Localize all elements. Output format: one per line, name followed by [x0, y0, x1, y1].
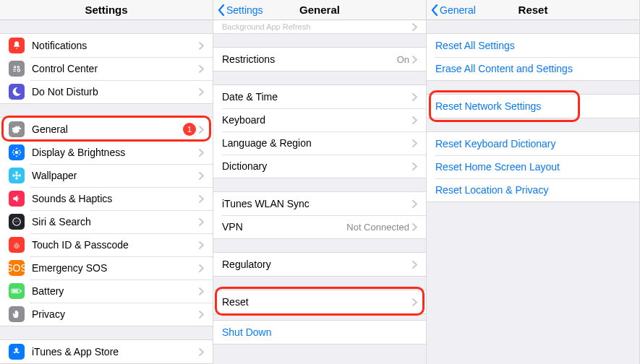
touchid-icon — [9, 237, 25, 253]
chevron-right-icon — [412, 298, 417, 306]
general-label: General — [32, 124, 183, 135]
chevron-right-icon — [199, 287, 204, 295]
touch-id-passcode-row[interactable]: Touch ID & Passcode — [0, 233, 213, 256]
reset-all-settings-row[interactable]: Reset All Settings — [427, 34, 639, 57]
badge: 1 — [183, 123, 196, 136]
chevron-left-icon — [218, 4, 225, 16]
chevron-right-icon — [412, 116, 417, 124]
display-brightness-row[interactable]: Display & Brightness — [0, 141, 213, 164]
svg-rect-11 — [20, 290, 21, 292]
keyboard-label: Keyboard — [222, 114, 412, 126]
emergency-sos-label: Emergency SOS — [32, 262, 199, 274]
back-to-settings[interactable]: Settings — [218, 0, 263, 20]
control-center-row[interactable]: Control Center — [0, 57, 213, 80]
battery-row[interactable]: Battery — [0, 280, 213, 303]
reset-home-screen-layout-row[interactable]: Reset Home Screen Layout — [427, 155, 639, 178]
wallpaper-row[interactable]: Wallpaper — [0, 164, 213, 187]
svg-rect-10 — [12, 290, 18, 292]
reset-home-screen-layout-label: Reset Home Screen Layout — [435, 161, 631, 173]
reset-keyboard-dictionary-label: Reset Keyboard Dictionary — [435, 138, 631, 150]
language-region-label: Language & Region — [222, 137, 412, 149]
chevron-right-icon — [199, 149, 204, 157]
flower-icon — [9, 168, 25, 183]
siri-search-row[interactable]: Siri & Search — [0, 210, 213, 233]
reset-pane: General Reset Reset All SettingsErase Al… — [427, 0, 640, 364]
sun-icon — [9, 144, 25, 160]
chevron-right-icon — [412, 139, 417, 147]
svg-point-7 — [18, 174, 21, 177]
settings-pane: Settings NotificationsControl CenterDo N… — [0, 0, 213, 364]
touch-id-passcode-label: Touch ID & Passcode — [32, 239, 199, 251]
erase-all-content-and-settings-label: Erase All Content and Settings — [435, 63, 631, 74]
notifications-row[interactable]: Notifications — [0, 34, 213, 57]
cc-icon — [9, 61, 25, 77]
reset-keyboard-dictionary-row[interactable]: Reset Keyboard Dictionary — [427, 132, 639, 155]
sos-icon: SOS — [9, 260, 25, 276]
erase-all-content-and-settings-row[interactable]: Erase All Content and Settings — [427, 57, 639, 80]
back-to-general[interactable]: General — [431, 0, 476, 20]
privacy-label: Privacy — [32, 308, 199, 320]
dictionary-row[interactable]: Dictionary — [213, 155, 426, 178]
sounds-haptics-label: Sounds & Haptics — [32, 193, 199, 204]
restrictions-row[interactable]: RestrictionsOn — [213, 48, 426, 71]
reset-label: Reset — [222, 296, 412, 308]
itunes-wlan-sync-label: iTunes WLAN Sync — [222, 198, 412, 209]
dictionary-label: Dictionary — [222, 160, 412, 172]
emergency-sos-row[interactable]: SOSEmergency SOS — [0, 256, 213, 280]
chevron-left-icon — [431, 4, 438, 16]
restrictions-detail: On — [397, 54, 409, 65]
svg-point-5 — [15, 177, 18, 180]
vpn-label: VPN — [222, 221, 346, 233]
chevron-right-icon — [199, 218, 204, 226]
language-region-row[interactable]: Language & Region — [213, 131, 426, 155]
itunes-app-store-label: iTunes & App Store — [32, 346, 199, 358]
vpn-row[interactable]: VPNNot Connected — [213, 215, 426, 238]
svg-point-6 — [12, 174, 15, 177]
date-time-row[interactable]: Date & Time — [213, 85, 426, 108]
appstore-icon — [9, 344, 25, 360]
svg-point-4 — [15, 171, 18, 174]
do-not-disturb-row[interactable]: Do Not Disturb — [0, 80, 213, 103]
nav-title: Settings — [85, 4, 127, 16]
reset-row[interactable]: Reset — [213, 290, 426, 313]
chevron-right-icon — [412, 162, 417, 170]
keyboard-row[interactable]: Keyboard — [213, 108, 426, 131]
regulatory-label: Regulatory — [222, 259, 412, 270]
battery-icon — [9, 283, 25, 299]
do-not-disturb-label: Do Not Disturb — [32, 86, 199, 98]
sounds-haptics-row[interactable]: Sounds & Haptics — [0, 187, 213, 210]
privacy-row[interactable]: Privacy — [0, 303, 213, 326]
reset-location-privacy-row[interactable]: Reset Location & Privacy — [427, 178, 639, 202]
navbar-general: Settings General — [213, 0, 426, 20]
general-row[interactable]: General1 — [0, 118, 213, 141]
speaker-icon — [9, 191, 25, 207]
regulatory-row[interactable]: Regulatory — [213, 253, 426, 276]
back-label: General — [440, 4, 476, 16]
reset-network-settings-row[interactable]: Reset Network Settings — [427, 95, 639, 118]
back-label: Settings — [226, 4, 263, 16]
wallpaper-label: Wallpaper — [32, 170, 199, 181]
chevron-right-icon — [199, 88, 204, 96]
chevron-right-icon — [199, 65, 204, 73]
moon-icon — [9, 84, 25, 100]
bell-icon — [9, 38, 25, 53]
svg-point-3 — [15, 174, 18, 177]
chevron-right-icon — [412, 93, 417, 101]
reset-network-settings-label: Reset Network Settings — [435, 100, 631, 112]
itunes-wlan-sync-row[interactable]: iTunes WLAN Sync — [213, 192, 426, 215]
itunes-app-store-row[interactable]: iTunes & App Store — [0, 340, 213, 363]
navbar-reset: General Reset — [427, 0, 639, 20]
display-brightness-label: Display & Brightness — [32, 147, 199, 158]
shut-down-row[interactable]: Shut Down — [213, 321, 426, 344]
bg-app-refresh-row[interactable]: Background App Refresh — [213, 20, 426, 33]
chevron-right-icon — [199, 264, 204, 272]
svg-point-0 — [14, 66, 16, 68]
reset-all-settings-label: Reset All Settings — [435, 40, 631, 51]
chevron-right-icon — [412, 223, 417, 231]
chevron-right-icon — [199, 126, 204, 134]
navbar-settings: Settings — [0, 0, 213, 20]
hand-icon — [9, 306, 25, 322]
notifications-label: Notifications — [32, 40, 199, 51]
restrictions-label: Restrictions — [222, 53, 397, 65]
chevron-right-icon — [412, 200, 417, 208]
